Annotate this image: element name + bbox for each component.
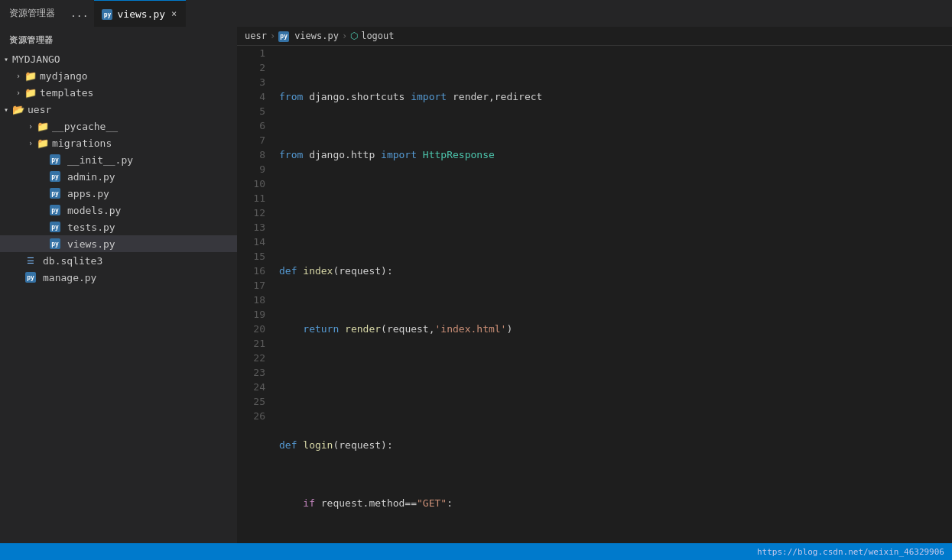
manage-py-label: manage.py (43, 272, 237, 283)
line-num-14: 14 (237, 235, 265, 249)
line-num-21: 21 (237, 336, 265, 351)
sidebar-item-root[interactable]: ▾ MYDJANGO (0, 50, 237, 67)
migrations-label: migrations (52, 138, 237, 149)
sidebar-item-models-py[interactable]: › py models.py (0, 202, 237, 218)
migrations-arrow: › (24, 139, 37, 147)
py-icon: py (102, 9, 112, 20)
explorer-title: 资源管理器 (0, 7, 64, 20)
mydjango-arrow: › (12, 72, 24, 80)
pycache-label: __pycache__ (52, 121, 237, 132)
db-file-icon: ☰ (24, 254, 37, 267)
main-layout: 资源管理器 ▾ MYDJANGO › 📁 mydjango › 📁 templa… (0, 27, 952, 543)
code-content[interactable]: from django.shortcuts import render,redi… (271, 46, 952, 544)
db-sqlite3-label: db.sqlite3 (43, 255, 237, 267)
mydjango-label: mydjango (40, 70, 237, 82)
admin-py-label: admin.py (67, 171, 237, 183)
breadcrumb: uesr › py views.py › ⬡ logout (237, 27, 952, 46)
tab-bar: py views.py × (94, 0, 952, 27)
breadcrumb-icon-fn: ⬡ (350, 31, 358, 41)
line-num-26: 26 (237, 409, 265, 423)
code-line-7: def login(request): (279, 438, 952, 452)
sidebar-item-pycache[interactable]: › 📁 __pycache__ (0, 118, 237, 134)
py-file-icon: py (49, 170, 61, 183)
code-line-2: from django.http import HttpResponse (279, 147, 952, 162)
tests-py-label: tests.py (67, 222, 237, 233)
code-line-8: if request.method=="GET": (279, 496, 952, 510)
views-py-label: views.py (67, 238, 237, 250)
line-num-10: 10 (237, 176, 265, 191)
sidebar-item-init-py[interactable]: › py __init__.py (0, 151, 237, 168)
uesr-arrow: ▾ (0, 105, 12, 114)
code-line-5: return render(request,'index.html') (279, 322, 952, 336)
sidebar-item-uesr[interactable]: ▾ 📂 uesr (0, 101, 237, 118)
line-num-17: 17 (237, 278, 265, 293)
folder-icon: 📁 (37, 137, 49, 149)
line-num-3: 3 (237, 75, 265, 89)
folder-icon: 📁 (24, 86, 37, 99)
line-num-6: 6 (237, 118, 265, 133)
sidebar: 资源管理器 ▾ MYDJANGO › 📁 mydjango › 📁 templa… (0, 27, 237, 543)
sidebar-tree[interactable]: ▾ MYDJANGO › 📁 mydjango › 📁 templates ▾ … (0, 50, 237, 543)
pycache-arrow: › (24, 122, 37, 131)
code-container[interactable]: 1 2 3 4 5 6 7 8 9 10 11 12 13 14 15 16 1… (237, 46, 952, 544)
more-button[interactable]: ... (64, 8, 94, 19)
line-num-2: 2 (237, 60, 265, 75)
sidebar-title: 资源管理器 (0, 27, 237, 50)
templates-arrow: › (12, 89, 24, 97)
tab-views-py[interactable]: py views.py × (94, 0, 186, 27)
breadcrumb-sep1: › (270, 31, 275, 41)
line-num-23: 23 (237, 365, 265, 380)
sidebar-item-tests-py[interactable]: › py tests.py (0, 218, 237, 235)
line-num-1: 1 (237, 46, 265, 60)
py-file-icon: py (49, 204, 61, 216)
line-num-8: 8 (237, 147, 265, 162)
code-line-3 (279, 206, 952, 220)
line-num-5: 5 (237, 104, 265, 118)
tab-label: views.py (117, 8, 165, 20)
line-num-22: 22 (237, 351, 265, 365)
sidebar-item-migrations[interactable]: › 📁 migrations (0, 134, 237, 151)
line-num-18: 18 (237, 293, 265, 307)
breadcrumb-file-icon: py (278, 30, 289, 42)
sidebar-item-admin-py[interactable]: › py admin.py (0, 168, 237, 185)
sidebar-item-manage-py[interactable]: › py manage.py (0, 269, 237, 286)
py-file-icon: py (49, 221, 61, 233)
line-num-20: 20 (237, 322, 265, 336)
line-num-4: 4 (237, 89, 265, 104)
tab-file-icon: py (102, 8, 112, 21)
code-line-6 (279, 380, 952, 394)
breadcrumb-views: views.py (294, 31, 339, 41)
folder-icon: 📂 (12, 103, 24, 115)
line-num-13: 13 (237, 220, 265, 235)
code-line-4: def index(request): (279, 264, 952, 278)
line-num-24: 24 (237, 380, 265, 394)
models-py-label: models.py (67, 205, 237, 216)
line-num-19: 19 (237, 307, 265, 322)
sidebar-item-apps-py[interactable]: › py apps.py (0, 185, 237, 202)
line-num-11: 11 (237, 191, 265, 206)
folder-icon: 📁 (37, 120, 49, 132)
sidebar-item-mydjango[interactable]: › 📁 mydjango (0, 67, 237, 84)
root-label: MYDJANGO (12, 53, 237, 65)
status-url: https://blog.csdn.net/weixin_46329906 (757, 547, 944, 557)
breadcrumb-logout: logout (361, 31, 394, 41)
code-line-1: from django.shortcuts import render,redi… (279, 89, 952, 104)
editor-area: uesr › py views.py › ⬡ logout 1 2 3 4 5 … (237, 27, 952, 543)
sidebar-item-views-py[interactable]: › py views.py (0, 235, 237, 252)
status-bar: https://blog.csdn.net/weixin_46329906 (0, 543, 952, 560)
sidebar-item-db-sqlite3[interactable]: › ☰ db.sqlite3 (0, 252, 237, 269)
root-arrow: ▾ (0, 55, 12, 63)
top-bar: 资源管理器 ... py views.py × (0, 0, 952, 27)
breadcrumb-sep2: › (342, 31, 347, 41)
breadcrumb-uesr: uesr (245, 31, 267, 41)
templates-label: templates (40, 87, 237, 99)
tab-close-button[interactable]: × (170, 7, 178, 21)
line-numbers: 1 2 3 4 5 6 7 8 9 10 11 12 13 14 15 16 1… (237, 46, 271, 544)
line-num-25: 25 (237, 394, 265, 409)
py-file-icon: py (49, 154, 61, 166)
line-num-7: 7 (237, 133, 265, 147)
line-num-15: 15 (237, 249, 265, 264)
sidebar-item-templates[interactable]: › 📁 templates (0, 84, 237, 101)
py-file-icon: py (24, 271, 37, 283)
py-file-icon: py (49, 238, 61, 250)
